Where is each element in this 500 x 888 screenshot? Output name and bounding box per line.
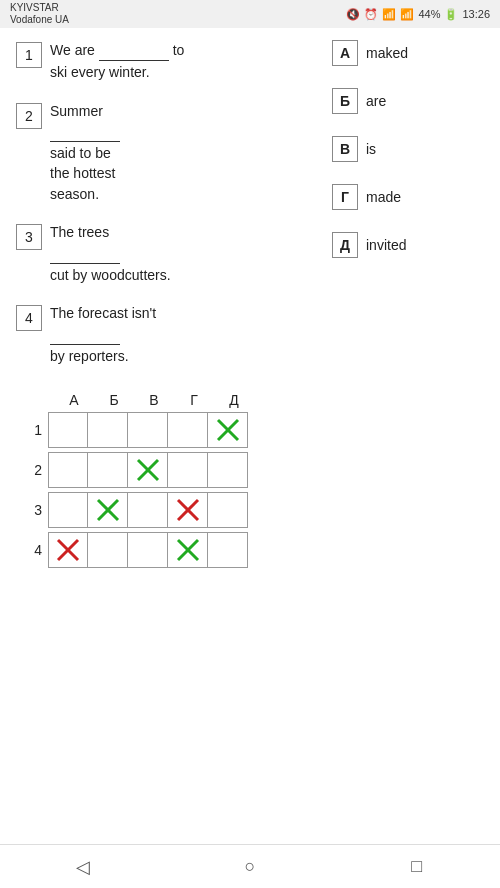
question-text-2: Summer said to bethe hottestseason. xyxy=(50,101,120,204)
grid-row-2: 2 xyxy=(16,452,484,488)
nav-back-button[interactable]: ◁ xyxy=(53,845,113,889)
question-1: 1 We are toski every winter. xyxy=(16,40,324,83)
grid-cell-1-v xyxy=(128,412,168,448)
grid-cells-1 xyxy=(48,412,248,448)
answer-option-b: Б are xyxy=(332,88,484,114)
grid-cell-1-g xyxy=(168,412,208,448)
grid-cells-4 xyxy=(48,532,248,568)
grid-cell-1-a xyxy=(48,412,88,448)
grid-row-3: 3 xyxy=(16,492,484,528)
network-name: Vodafone UA xyxy=(10,14,69,26)
grid-cell-2-a xyxy=(48,452,88,488)
grid-cells-3 xyxy=(48,492,248,528)
carrier-info: KYIVSTAR Vodafone UA xyxy=(10,2,69,26)
grid-cell-4-a xyxy=(48,532,88,568)
grid-cell-4-v xyxy=(128,532,168,568)
grid-row-label-1: 1 xyxy=(16,422,48,438)
grid-cell-3-b xyxy=(88,492,128,528)
nav-recent-button[interactable]: □ xyxy=(387,845,447,889)
android-nav: ◁ ○ □ xyxy=(0,844,500,888)
answer-label-a: maked xyxy=(366,45,408,61)
grid-header-d: Д xyxy=(214,392,254,408)
grid-cell-2-g xyxy=(168,452,208,488)
grid-row-4: 4 xyxy=(16,532,484,568)
grid-cell-3-d xyxy=(208,492,248,528)
answer-option-d: Д invited xyxy=(332,232,484,258)
answer-label-d: invited xyxy=(366,237,406,253)
wifi-icon: 📶 xyxy=(382,8,396,21)
question-text-3: The trees cut by woodcutters. xyxy=(50,222,171,285)
question-number-2: 2 xyxy=(16,103,42,129)
blank-4 xyxy=(50,323,120,344)
x-mark-green-3b xyxy=(94,496,122,524)
x-mark-green-1d xyxy=(214,416,242,444)
answer-box-b: Б xyxy=(332,88,358,114)
answer-option-v: В is xyxy=(332,136,484,162)
answer-option-a: А maked xyxy=(332,40,484,66)
status-bar: KYIVSTAR Vodafone UA 🔇 ⏰ 📶 📶 44% 🔋 13:26 xyxy=(0,0,500,28)
answers-column: А maked Б are В is Г made Д invited xyxy=(324,40,484,384)
answer-box-g: Г xyxy=(332,184,358,210)
answer-box-a: А xyxy=(332,40,358,66)
grid-header-a: А xyxy=(54,392,94,408)
answer-box-v: В xyxy=(332,136,358,162)
x-mark-green-2v xyxy=(134,456,162,484)
question-2: 2 Summer said to bethe hottestseason. xyxy=(16,101,324,204)
question-text-1: We are toski every winter. xyxy=(50,40,184,83)
question-4: 4 The forecast isn't by reporters. xyxy=(16,303,324,366)
x-mark-green-4g xyxy=(174,536,202,564)
questions-section: 1 We are toski every winter. 2 Summer sa… xyxy=(16,40,484,384)
battery-icon: 🔋 xyxy=(444,8,458,21)
question-3: 3 The trees cut by woodcutters. xyxy=(16,222,324,285)
x-mark-red-4a xyxy=(54,536,82,564)
answer-grid: А Б В Г Д 1 2 xyxy=(16,392,484,568)
grid-cell-4-b xyxy=(88,532,128,568)
mute-icon: 🔇 xyxy=(346,8,360,21)
grid-cell-1-d xyxy=(208,412,248,448)
grid-header-b: Б xyxy=(94,392,134,408)
answer-option-g: Г made xyxy=(332,184,484,210)
alarm-icon: ⏰ xyxy=(364,8,378,21)
answer-box-d: Д xyxy=(332,232,358,258)
grid-cell-2-d xyxy=(208,452,248,488)
question-number-3: 3 xyxy=(16,224,42,250)
grid-cell-4-g xyxy=(168,532,208,568)
blank-1 xyxy=(99,40,169,61)
question-number-1: 1 xyxy=(16,42,42,68)
nav-home-button[interactable]: ○ xyxy=(220,845,280,889)
grid-header: А Б В Г Д xyxy=(54,392,484,408)
blank-2 xyxy=(50,121,120,142)
grid-cell-3-g xyxy=(168,492,208,528)
x-mark-red-3g xyxy=(174,496,202,524)
grid-header-v: В xyxy=(134,392,174,408)
blank-3 xyxy=(50,242,120,263)
signal-icon: 📶 xyxy=(400,8,414,21)
grid-cells-2 xyxy=(48,452,248,488)
grid-row-1: 1 xyxy=(16,412,484,448)
grid-row-label-3: 3 xyxy=(16,502,48,518)
carrier-name: KYIVSTAR xyxy=(10,2,69,14)
grid-cell-4-d xyxy=(208,532,248,568)
answer-label-g: made xyxy=(366,189,401,205)
questions-column: 1 We are toski every winter. 2 Summer sa… xyxy=(16,40,324,384)
answer-label-v: is xyxy=(366,141,376,157)
battery-text: 44% xyxy=(418,8,440,20)
grid-cell-3-v xyxy=(128,492,168,528)
time-display: 13:26 xyxy=(462,8,490,20)
answer-label-b: are xyxy=(366,93,386,109)
grid-header-g: Г xyxy=(174,392,214,408)
grid-cell-2-v xyxy=(128,452,168,488)
main-content: 1 We are toski every winter. 2 Summer sa… xyxy=(0,28,500,588)
grid-cell-3-a xyxy=(48,492,88,528)
grid-row-label-4: 4 xyxy=(16,542,48,558)
question-text-4: The forecast isn't by reporters. xyxy=(50,303,156,366)
grid-cell-2-b xyxy=(88,452,128,488)
grid-cell-1-b xyxy=(88,412,128,448)
grid-row-label-2: 2 xyxy=(16,462,48,478)
status-right: 🔇 ⏰ 📶 📶 44% 🔋 13:26 xyxy=(346,8,490,21)
question-number-4: 4 xyxy=(16,305,42,331)
